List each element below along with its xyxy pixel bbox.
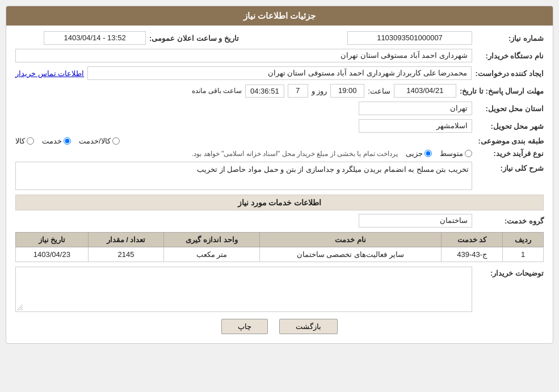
category-row: طبقه بندی موضوعی: کالا/خدمت خدمت کالا: [15, 137, 544, 145]
city-row: شهر محل تحویل: اسلامشهر: [15, 119, 544, 133]
city-label: شهر محل تحویل:: [476, 122, 544, 130]
need-number-row: شماره نیاز: 1103093501000007 تاریخ و ساع…: [15, 31, 544, 45]
service-group-row: گروه خدمت: ساختمان: [15, 214, 544, 227]
cell-date: 1403/04/23: [16, 247, 89, 262]
province-label: استان محل تحویل:: [476, 104, 544, 113]
service-group-label: گروه خدمت:: [476, 217, 544, 225]
services-table-section: ردیف کد خدمت نام خدمت واحد اندازه گیری ت…: [15, 232, 544, 262]
resize-icon: [17, 305, 23, 310]
process-motavaset[interactable]: متوسط: [440, 149, 472, 158]
announce-date-label: تاریخ و ساعت اعلان عمومی:: [149, 34, 239, 43]
buyer-desc-label: توضیحات خریدار:: [476, 267, 544, 277]
footer-buttons: بازگشت چاپ: [15, 319, 544, 334]
process-row: نوع فرآیند خرید: متوسط جزیی پرداخت تمام …: [15, 149, 544, 158]
card-body: شماره نیاز: 1103093501000007 تاریخ و ساع…: [6, 26, 553, 343]
province-value: تهران: [359, 102, 472, 115]
process-jozi-radio[interactable]: [424, 150, 432, 157]
main-card: جزئیات اطلاعات نیاز شماره نیاز: 11030935…: [6, 6, 553, 344]
province-row: استان محل تحویل: تهران: [15, 102, 544, 115]
category-radio-group: کالا/خدمت خدمت کالا: [15, 137, 472, 145]
creator-label: ایجاد کننده درخواست:: [475, 69, 544, 78]
deadline-days-label: روز و: [312, 87, 327, 95]
deadline-row: مهلت ارسال پاسخ: تا تاریخ: 1403/04/21 سا…: [15, 84, 544, 98]
print-button[interactable]: چاپ: [221, 319, 268, 334]
category-khedmat-label: خدمت: [42, 137, 62, 145]
city-value: اسلامشهر: [359, 119, 472, 133]
svg-line-2: [22, 309, 23, 310]
cell-row: 1: [503, 247, 544, 262]
cell-unit: متر مکعب: [164, 247, 259, 262]
need-number-value: 1103093501000007: [347, 31, 472, 45]
th-date: تاریخ نیاز: [16, 233, 89, 247]
deadline-label: مهلت ارسال پاسخ: تا تاریخ:: [460, 87, 544, 95]
deadline-remaining-label: ساعت باقی مانده: [192, 87, 242, 95]
need-desc-row: شرح کلی نیاز: تخریب بتن مسلح به انضمام ب…: [15, 162, 544, 190]
cell-quantity: 2145: [88, 247, 164, 262]
buyer-org-row: نام دستگاه خریدار: شهرداری احمد آباد مست…: [15, 49, 544, 62]
buyer-org-value: شهرداری احمد آباد مستوفی استان تهران: [15, 49, 472, 62]
process-motavaset-label: متوسط: [440, 149, 463, 158]
card-header: جزئیات اطلاعات نیاز: [6, 6, 553, 26]
buyer-desc-row: توضیحات خریدار:: [15, 267, 544, 312]
process-motavaset-radio[interactable]: [465, 150, 472, 157]
category-kala[interactable]: کالا: [15, 137, 34, 145]
deadline-date: 1403/04/21: [394, 84, 456, 98]
deadline-timer: 04:36:51: [245, 85, 284, 98]
process-label: نوع فرآیند خرید:: [476, 149, 544, 158]
category-khedmat-radio[interactable]: [64, 137, 71, 145]
services-section-title: اطلاعات خدمات مورد نیاز: [15, 195, 544, 210]
process-note: پرداخت تمام یا بخشی از مبلغ خریدار محل "…: [15, 150, 398, 158]
category-kala-label: کالا: [15, 137, 25, 145]
process-jozi[interactable]: جزیی: [406, 149, 432, 158]
category-kala-khedmat-radio[interactable]: [112, 137, 120, 145]
contact-link[interactable]: اطلاعات تماس خریدار: [15, 69, 84, 78]
services-table: ردیف کد خدمت نام خدمت واحد اندازه گیری ت…: [15, 232, 544, 262]
category-kala-khedmat[interactable]: کالا/خدمت: [79, 137, 120, 145]
page-title: جزئیات اطلاعات نیاز: [243, 11, 316, 20]
need-desc-label: شرح کلی نیاز:: [476, 162, 544, 172]
th-name: نام خدمت: [259, 233, 441, 247]
creator-value: محمدرضا علی کاربرداز شهرداری احمد آباد م…: [87, 66, 472, 80]
need-number-label: شماره نیاز:: [476, 34, 544, 43]
page-wrapper: جزئیات اطلاعات نیاز شماره نیاز: 11030935…: [0, 0, 559, 392]
table-row: 1 ج-43-439 سایر فعالیت‌های تخصصی ساختمان…: [16, 247, 544, 262]
process-jozi-label: جزیی: [406, 149, 423, 158]
category-kala-khedmat-label: کالا/خدمت: [79, 137, 111, 145]
th-code: کد خدمت: [441, 233, 503, 247]
th-quantity: تعداد / مقدار: [88, 233, 164, 247]
deadline-time: 19:00: [330, 84, 364, 98]
th-row: ردیف: [503, 233, 544, 247]
need-desc-value: تخریب بتن مسلح به انضمام بریدن میلگرد و …: [15, 162, 472, 190]
cell-name: سایر فعالیت‌های تخصصی ساختمان: [259, 247, 441, 262]
buyer-desc-box[interactable]: [15, 267, 472, 312]
th-unit: واحد اندازه گیری: [164, 233, 259, 247]
back-button[interactable]: بازگشت: [279, 319, 338, 334]
creator-row: ایجاد کننده درخواست: محمدرضا علی کاربردا…: [15, 66, 544, 80]
deadline-time-label: ساعت:: [368, 87, 390, 95]
deadline-days: 7: [288, 84, 308, 98]
category-khedmat[interactable]: خدمت: [42, 137, 71, 145]
table-header-row: ردیف کد خدمت نام خدمت واحد اندازه گیری ت…: [16, 233, 544, 247]
buyer-org-label: نام دستگاه خریدار:: [476, 52, 544, 60]
category-label: طبقه بندی موضوعی:: [476, 137, 544, 145]
service-group-value: ساختمان: [359, 214, 472, 227]
announce-date-value: 1403/04/14 - 13:52: [44, 31, 146, 45]
cell-code: ج-43-439: [441, 247, 503, 262]
category-kala-radio[interactable]: [27, 137, 34, 145]
process-radio-group: متوسط جزیی پرداخت تمام یا بخشی از مبلغ خ…: [15, 149, 472, 158]
